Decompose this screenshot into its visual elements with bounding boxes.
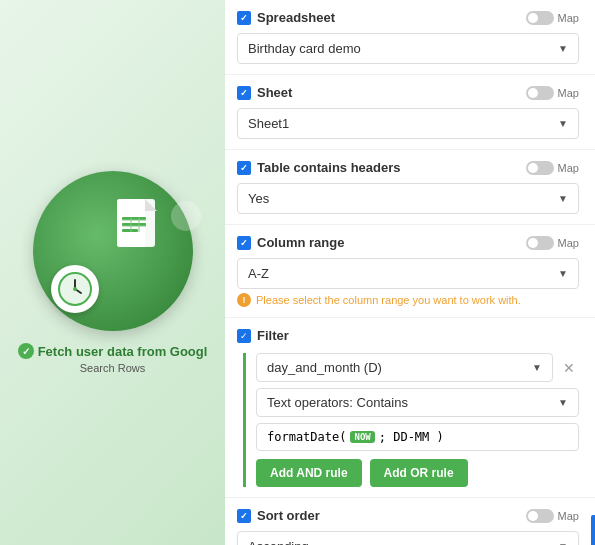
sort-order-toggle[interactable] [526, 509, 554, 523]
doc-icon [113, 199, 165, 261]
filter-check: ✓ [237, 329, 251, 343]
operators-arrow: ▼ [558, 397, 568, 408]
spreadsheet-dropdown-arrow: ▼ [558, 43, 568, 54]
spreadsheet-dropdown[interactable]: Birthday card demo ▼ [237, 33, 579, 64]
formula-suffix: ; DD-MM ) [379, 430, 444, 444]
column-range-check: ✓ [237, 236, 251, 250]
table-headers-section: ✓ Table contains headers Map Yes ▼ [225, 150, 595, 225]
node-label: ✓ Fetch user data from Googl [18, 343, 208, 359]
sheet-title: ✓ Sheet [237, 85, 292, 100]
column-range-header: ✓ Column range Map [237, 235, 579, 250]
right-panel: ✓ Spreadsheet Map Birthday card demo ▼ ✓… [225, 0, 595, 545]
spreadsheet-toggle-map: Map [526, 11, 579, 25]
spreadsheet-check: ✓ [237, 11, 251, 25]
sort-order-toggle-map: Map [526, 509, 579, 523]
sheet-toggle-map: Map [526, 86, 579, 100]
sheet-dropdown[interactable]: Sheet1 ▼ [237, 108, 579, 139]
column-range-dropdown-arrow: ▼ [558, 268, 568, 279]
svg-rect-5 [122, 229, 138, 232]
node-sublabel: Search Rows [80, 362, 145, 374]
sort-order-dropdown-arrow: ▼ [558, 541, 568, 545]
filter-field-dropdown[interactable]: day_and_month (D) ▼ [256, 353, 553, 382]
table-headers-check: ✓ [237, 161, 251, 175]
column-range-info: ! Please select the column range you wan… [237, 293, 579, 307]
operators-dropdown[interactable]: Text operators: Contains ▼ [256, 388, 579, 417]
sort-order-check: ✓ [237, 509, 251, 523]
table-headers-toggle-map: Map [526, 161, 579, 175]
info-icon: ! [237, 293, 251, 307]
filter-header: ✓ Filter [237, 328, 579, 343]
spreadsheet-toggle[interactable] [526, 11, 554, 25]
sort-order-title: ✓ Sort order [237, 508, 320, 523]
svg-point-13 [73, 287, 77, 291]
check-icon: ✓ [18, 343, 34, 359]
column-range-toggle[interactable] [526, 236, 554, 250]
sheet-toggle[interactable] [526, 86, 554, 100]
filter-body: day_and_month (D) ▼ ✕ Text operators: Co… [243, 353, 579, 487]
sheet-header: ✓ Sheet Map [237, 85, 579, 100]
now-badge: NOW [350, 431, 374, 443]
clock-icon [57, 271, 93, 307]
decorative-circle [171, 201, 201, 231]
add-or-button[interactable]: Add OR rule [370, 459, 468, 487]
formula-box: formatDate( NOW ; DD-MM ) [256, 423, 579, 451]
spreadsheet-title: ✓ Spreadsheet [237, 10, 335, 25]
filter-title: Filter [257, 328, 289, 343]
sheet-check: ✓ [237, 86, 251, 100]
column-range-title: ✓ Column range [237, 235, 344, 250]
column-range-toggle-map: Map [526, 236, 579, 250]
formula-prefix: formatDate( [267, 430, 346, 444]
left-panel: ✓ Fetch user data from Googl Search Rows [0, 0, 225, 545]
sheet-section: ✓ Sheet Map Sheet1 ▼ [225, 75, 595, 150]
sort-order-section: ✓ Sort order Map Ascending ▼ [225, 498, 595, 545]
filter-close-button[interactable]: ✕ [559, 358, 579, 378]
filter-actions: Add AND rule Add OR rule [256, 459, 579, 487]
table-headers-toggle[interactable] [526, 161, 554, 175]
table-headers-header: ✓ Table contains headers Map [237, 160, 579, 175]
table-headers-dropdown-arrow: ▼ [558, 193, 568, 204]
filter-field-row: day_and_month (D) ▼ ✕ [256, 353, 579, 382]
sort-order-dropdown[interactable]: Ascending ▼ [237, 531, 579, 545]
table-headers-title: ✓ Table contains headers [237, 160, 401, 175]
filter-section: ✓ Filter day_and_month (D) ▼ ✕ Text oper… [225, 318, 595, 498]
spreadsheet-header: ✓ Spreadsheet Map [237, 10, 579, 25]
sheet-dropdown-arrow: ▼ [558, 118, 568, 129]
filter-field-arrow: ▼ [532, 362, 542, 373]
add-and-button[interactable]: Add AND rule [256, 459, 362, 487]
column-range-dropdown[interactable]: A-Z ▼ [237, 258, 579, 289]
clock-badge [51, 265, 99, 313]
node-icon-circle [33, 171, 193, 331]
spreadsheet-section: ✓ Spreadsheet Map Birthday card demo ▼ [225, 0, 595, 75]
table-headers-dropdown[interactable]: Yes ▼ [237, 183, 579, 214]
vertical-accent-bar [591, 515, 595, 545]
sort-order-header: ✓ Sort order Map [237, 508, 579, 523]
column-range-section: ✓ Column range Map A-Z ▼ ! Please select… [225, 225, 595, 318]
